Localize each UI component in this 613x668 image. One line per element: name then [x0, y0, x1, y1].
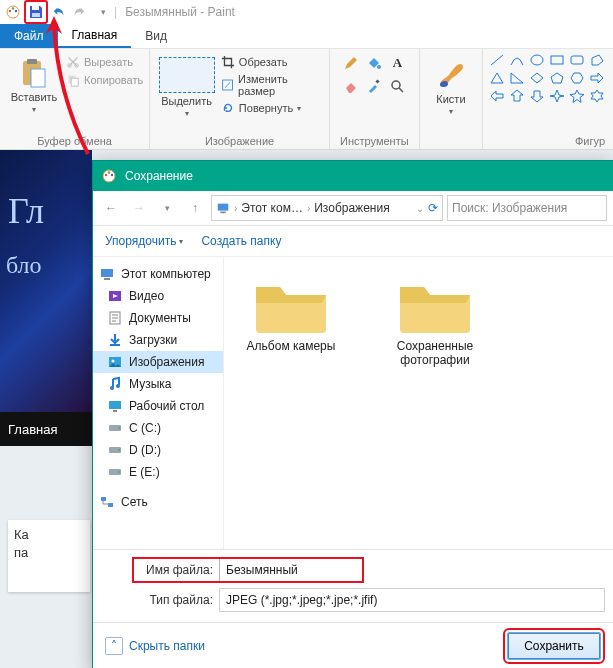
arrow-left-shape-icon[interactable]	[489, 89, 505, 103]
line-shape-icon[interactable]	[489, 53, 505, 67]
hide-folders-button[interactable]: ˄ Скрыть папки	[105, 637, 205, 655]
paste-button[interactable]: Вставить ▾	[6, 53, 62, 133]
select-label: Выделить	[161, 95, 212, 107]
picker-tool[interactable]	[364, 76, 384, 96]
chevron-down-icon: ▾	[185, 109, 189, 118]
svg-rect-36	[113, 410, 117, 412]
nav-forward-button[interactable]: →	[127, 196, 151, 220]
magnifier-tool[interactable]	[387, 76, 407, 96]
folder-tree: Этот компьютер Видео Документы Загрузки …	[93, 257, 224, 549]
svg-rect-26	[101, 269, 113, 277]
hide-folders-label: Скрыть папки	[129, 639, 205, 653]
customize-qat-button[interactable]: ▾	[94, 3, 112, 21]
tree-videos-label: Видео	[129, 289, 164, 303]
folder-icon	[396, 273, 474, 333]
pencil-tool[interactable]	[341, 53, 361, 73]
arrow-up-shape-icon[interactable]	[509, 89, 525, 103]
save-dialog-button-label: Сохранить	[524, 639, 584, 653]
shapes-gallery[interactable]	[489, 53, 607, 133]
tree-drive-c-label: C (C:)	[129, 421, 161, 435]
star5-shape-icon[interactable]	[569, 89, 585, 103]
address-bar[interactable]: › Этот ком… › Изображения ⌄ ⟳	[211, 195, 443, 221]
right-triangle-icon[interactable]	[509, 71, 525, 85]
tree-videos[interactable]: Видео	[93, 285, 223, 307]
breadcrumb-folder[interactable]: Изображения	[314, 201, 389, 215]
curve-shape-icon[interactable]	[509, 53, 525, 67]
search-input[interactable]: Поиск: Изображения	[447, 195, 607, 221]
tree-downloads-label: Загрузки	[129, 333, 177, 347]
undo-button[interactable]	[50, 3, 68, 21]
tree-downloads[interactable]: Загрузки	[93, 329, 223, 351]
select-button[interactable]: Выделить ▾	[156, 53, 217, 133]
filetype-row: Тип файла: JPEG (*.jpg;*.jpeg;*.jpe;*.jf…	[133, 588, 605, 612]
canvas-text-1: Гл	[0, 150, 92, 232]
tree-drive-d-label: D (D:)	[129, 443, 161, 457]
tree-documents[interactable]: Документы	[93, 307, 223, 329]
triangle-shape-icon[interactable]	[489, 71, 505, 85]
group-tools-label: Инструменты	[336, 133, 413, 147]
drive-icon	[107, 442, 123, 458]
diamond-shape-icon[interactable]	[529, 71, 545, 85]
star6-shape-icon[interactable]	[589, 89, 605, 103]
nav-back-button[interactable]: ←	[99, 196, 123, 220]
select-rect-icon	[159, 57, 215, 93]
hexagon-shape-icon[interactable]	[569, 71, 585, 85]
filename-input[interactable]: Безымянный	[219, 558, 363, 582]
arrow-right-shape-icon[interactable]	[589, 71, 605, 85]
save-dialog-button[interactable]: Сохранить	[507, 632, 601, 660]
svg-rect-15	[376, 79, 380, 83]
arrow-down-shape-icon[interactable]	[529, 89, 545, 103]
rotate-button[interactable]: Повернуть ▾	[221, 101, 323, 115]
text-tool[interactable]: A	[387, 53, 407, 73]
refresh-icon[interactable]: ⟳	[428, 201, 438, 215]
network-icon	[99, 494, 115, 510]
nav-recent-button[interactable]: ▾	[155, 196, 179, 220]
tab-view[interactable]: Вид	[131, 24, 181, 48]
tab-home[interactable]: Главная	[58, 24, 132, 48]
tree-desktop[interactable]: Рабочий стол	[93, 395, 223, 417]
tree-pictures-label: Изображения	[129, 355, 204, 369]
tree-network[interactable]: Сеть	[93, 491, 223, 513]
tree-pictures[interactable]: Изображения	[93, 351, 223, 373]
addr-dropdown-icon[interactable]: ⌄	[416, 203, 424, 214]
new-folder-button[interactable]: Создать папку	[201, 234, 281, 248]
cut-button[interactable]: Вырезать	[66, 55, 143, 69]
resize-label: Изменить размер	[238, 73, 323, 97]
thispc-icon	[216, 201, 230, 215]
roundrect-shape-icon[interactable]	[569, 53, 585, 67]
folder-camera-label: Альбом камеры	[247, 339, 336, 353]
group-clipboard: Вставить ▾ Вырезать Копировать Буфер обм…	[0, 49, 150, 149]
polygon-shape-icon[interactable]	[589, 53, 605, 67]
breadcrumb-sep-icon: ›	[234, 203, 237, 214]
fill-tool[interactable]	[364, 53, 384, 73]
tab-file[interactable]: Файл	[0, 24, 58, 48]
nav-up-button[interactable]: ↑	[183, 196, 207, 220]
tree-drive-e[interactable]: E (E:)	[93, 461, 223, 483]
tree-desktop-label: Рабочий стол	[129, 399, 204, 413]
star4-shape-icon[interactable]	[549, 89, 565, 103]
copy-button[interactable]: Копировать	[66, 73, 143, 87]
tree-drive-c[interactable]: C (C:)	[93, 417, 223, 439]
eraser-tool[interactable]	[341, 76, 361, 96]
tree-drive-d[interactable]: D (D:)	[93, 439, 223, 461]
save-button[interactable]	[27, 3, 45, 21]
organize-button[interactable]: Упорядочить ▾	[105, 234, 183, 248]
tree-this-pc[interactable]: Этот компьютер	[93, 263, 223, 285]
filetype-select[interactable]: JPEG (*.jpg;*.jpeg;*.jpe;*.jfif)	[219, 588, 605, 612]
brushes-button[interactable]: Кисти ▾	[428, 53, 474, 145]
svg-rect-5	[32, 13, 40, 17]
crop-button[interactable]: Обрезать	[221, 55, 323, 69]
breadcrumb-pc[interactable]: Этот ком…	[241, 201, 303, 215]
folder-camera-album[interactable]: Альбом камеры	[236, 273, 346, 353]
folder-saved-photos[interactable]: Сохраненные фотографии	[380, 273, 490, 368]
oval-shape-icon[interactable]	[529, 53, 545, 67]
dialog-body: Этот компьютер Видео Документы Загрузки …	[93, 257, 613, 549]
rect-shape-icon[interactable]	[549, 53, 565, 67]
resize-button[interactable]: Изменить размер	[221, 73, 323, 97]
pentagon-shape-icon[interactable]	[549, 71, 565, 85]
redo-button[interactable]	[70, 3, 88, 21]
group-clipboard-label: Буфер обмена	[6, 133, 143, 147]
filename-label: Имя файла:	[133, 563, 213, 577]
drive-icon	[107, 464, 123, 480]
tree-music[interactable]: Музыка	[93, 373, 223, 395]
